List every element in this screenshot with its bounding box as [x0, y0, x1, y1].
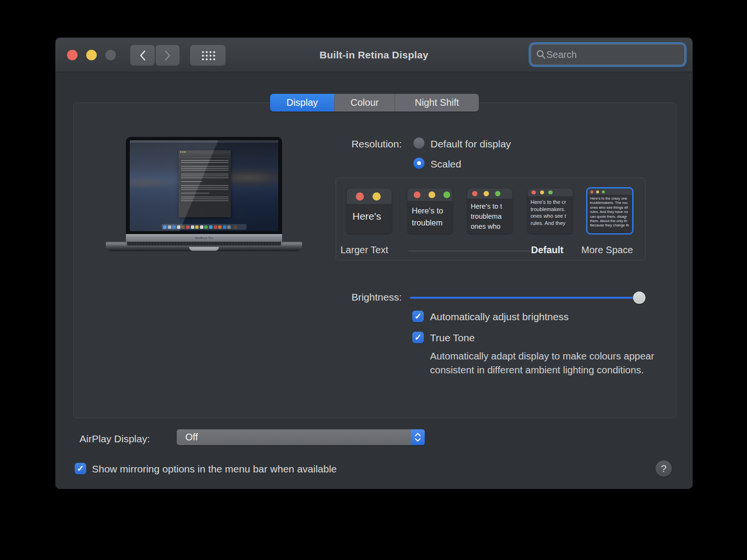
thumb-titlebar	[528, 189, 573, 196]
thumb-titlebar	[347, 189, 392, 204]
tab-display[interactable]: Display	[270, 94, 334, 112]
search-input[interactable]	[546, 49, 679, 60]
radio-scaled[interactable]	[413, 157, 425, 169]
thumb-titlebar	[467, 189, 512, 199]
search-field[interactable]	[531, 44, 685, 65]
true-tone-checkbox[interactable]: ✓	[412, 332, 424, 343]
thumb-titlebar	[407, 189, 453, 201]
scale-option-more-space-selected[interactable]: Here's to the crazy one troublemakers. T…	[586, 187, 634, 235]
default-label: Default	[531, 245, 564, 256]
thumb-titlebar	[588, 189, 632, 195]
resolution-label: Resolution:	[337, 138, 402, 150]
brightness-slider[interactable]	[410, 297, 645, 299]
scale-option-default[interactable]: Here's to the cr troublemakers. ones who…	[528, 189, 573, 234]
radio-default-for-display[interactable]	[413, 137, 425, 149]
macbook-chin: MacBook Pro	[126, 234, 282, 242]
mirroring-checkbox[interactable]: ✓	[75, 463, 86, 474]
desktop-wallpaper	[130, 140, 278, 231]
larger-text-label: Larger Text	[340, 245, 388, 256]
help-button[interactable]: ?	[656, 460, 672, 477]
question-mark-icon: ?	[661, 463, 667, 474]
macbook-illustration: MacBook Pro	[106, 137, 302, 252]
airplay-dropdown-value: Off	[177, 432, 198, 443]
auto-brightness-checkbox[interactable]: ✓	[412, 311, 424, 322]
auto-brightness-label[interactable]: Automatically adjust brightness	[430, 311, 568, 323]
radio-scaled-label[interactable]: Scaled	[430, 158, 461, 170]
tab-colour[interactable]: Colour	[334, 94, 395, 112]
macbook-brand-label: MacBook Pro	[195, 236, 213, 239]
scale-option-3[interactable]: Here's to t troublema ones who	[467, 189, 512, 234]
scale-option-larger-text[interactable]: Here's	[347, 189, 392, 234]
search-icon	[536, 49, 546, 60]
screen-glare	[130, 140, 278, 231]
system-preferences-window: Built-in Retina Display Display Colour N…	[55, 37, 693, 489]
radio-default-label[interactable]: Default for display	[430, 138, 511, 150]
brightness-label: Brightness:	[337, 291, 402, 303]
macbook-keyboard	[127, 242, 281, 246]
macbook-screen	[126, 137, 282, 234]
scale-divider	[408, 251, 531, 251]
true-tone-description: Automatically adapt display to make colo…	[430, 349, 662, 377]
screen: Built-in Retina Display Display Colour N…	[0, 0, 747, 560]
title-bar: Built-in Retina Display	[56, 38, 692, 72]
airplay-dropdown[interactable]: Off	[177, 429, 425, 445]
scale-option-2[interactable]: Here's to troublem	[407, 189, 453, 234]
true-tone-label[interactable]: True Tone	[430, 332, 475, 344]
dropdown-stepper-icon	[411, 429, 425, 445]
tab-bar: Display Colour Night Shift	[270, 94, 479, 112]
macbook-notch	[189, 247, 219, 251]
tab-night-shift[interactable]: Night Shift	[395, 94, 479, 112]
brightness-slider-knob[interactable]	[633, 291, 645, 304]
macbook-base	[106, 242, 302, 251]
more-space-label: More Space	[581, 245, 633, 256]
airplay-display-label: AirPlay Display:	[79, 433, 150, 445]
mirroring-label[interactable]: Show mirroring options in the menu bar w…	[92, 463, 337, 475]
